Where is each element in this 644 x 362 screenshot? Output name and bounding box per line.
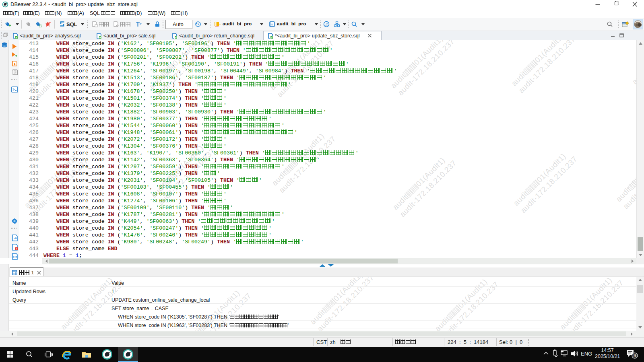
svg-text:9: 9 — [634, 353, 636, 358]
